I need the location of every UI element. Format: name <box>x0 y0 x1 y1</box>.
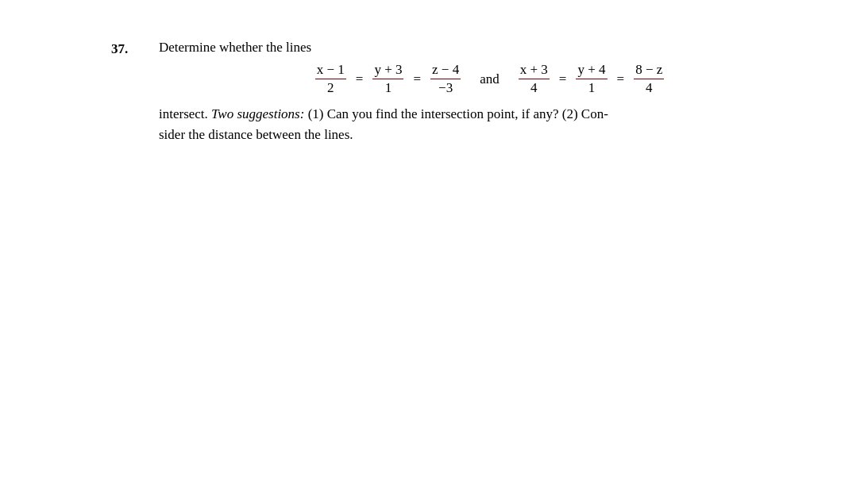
eq1-equals1: = <box>354 71 365 87</box>
eq2-frac2-den: 1 <box>587 79 597 96</box>
eq2-frac3-den: 4 <box>644 79 654 96</box>
eq2-equals1: = <box>557 71 569 87</box>
eq1-frac2: y + 3 1 <box>372 62 403 96</box>
eq1-equals2: = <box>411 71 422 87</box>
problem-body: Determine whether the lines x − 1 2 = y … <box>159 40 820 146</box>
problem-container: 37. Determine whether the lines x − 1 2 … <box>111 40 820 146</box>
and-word: and <box>475 71 504 87</box>
equations-row: x − 1 2 = y + 3 1 = z − 4 −3 and <box>159 62 820 96</box>
eq1-frac1-num: x − 1 <box>315 62 346 79</box>
eq2-frac3: 8 − z 4 <box>634 62 664 96</box>
problem-number: 37. <box>111 40 159 57</box>
eq1-frac3-num: z − 4 <box>430 62 461 79</box>
page-content: 37. Determine whether the lines x − 1 2 … <box>0 0 868 170</box>
body-text-line1: intersect. <box>159 106 211 121</box>
eq2-equals2: = <box>615 71 627 87</box>
problem-intro: Determine whether the lines <box>159 40 820 56</box>
problem-text: intersect. Two suggestions: (1) Can you … <box>159 104 820 146</box>
eq1-frac3: z − 4 −3 <box>430 62 461 96</box>
eq1-frac2-den: 1 <box>384 79 394 96</box>
eq2-frac3-num: 8 − z <box>634 62 664 79</box>
eq2-frac1-den: 4 <box>529 79 539 96</box>
eq1-frac1-den: 2 <box>326 79 336 96</box>
eq2-frac2: y + 4 1 <box>576 62 607 96</box>
body-text-rest: (1) Can you find the intersection point,… <box>304 106 608 121</box>
body-text-line2: sider the distance between the lines. <box>159 127 353 142</box>
eq2-frac1-num: x + 3 <box>519 62 550 79</box>
eq1-frac3-den: −3 <box>437 79 454 96</box>
eq1-frac2-num: y + 3 <box>372 62 403 79</box>
eq2-frac1: x + 3 4 <box>519 62 550 96</box>
equation1-group: x − 1 2 = y + 3 1 = z − 4 −3 <box>315 62 461 96</box>
suggestions-label: Two suggestions: <box>211 106 304 121</box>
eq1-frac1: x − 1 2 <box>315 62 346 96</box>
equation2-group: x + 3 4 = y + 4 1 = 8 − z 4 <box>519 62 665 96</box>
eq2-frac2-num: y + 4 <box>576 62 607 79</box>
